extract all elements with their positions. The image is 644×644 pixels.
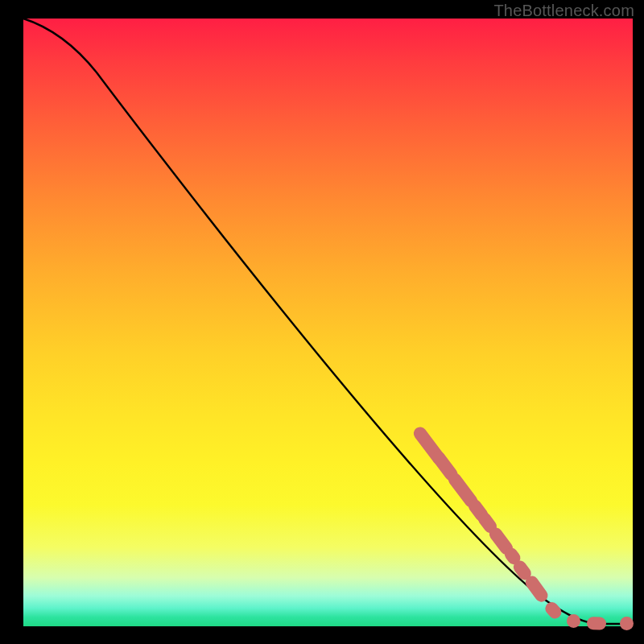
chart-plot-area xyxy=(23,19,633,626)
watermark-text: TheBottleneck.com xyxy=(493,2,634,20)
marker-dot xyxy=(620,617,634,630)
marker-dot xyxy=(567,614,580,628)
marker-segment xyxy=(587,617,607,630)
